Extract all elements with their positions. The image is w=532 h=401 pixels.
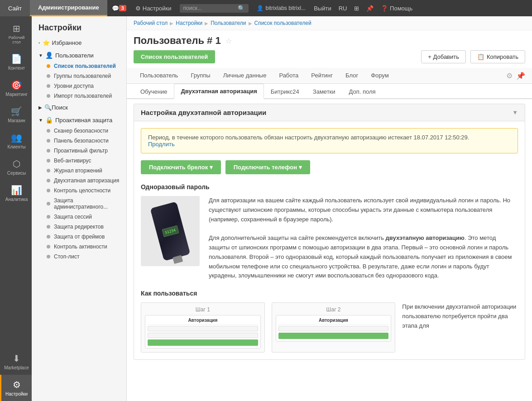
page-header: Пользователь # 1 ☆ (127, 30, 532, 50)
user-menu[interactable]: 👤 bitrixlabs bitrixl... (252, 5, 311, 11)
section-panel-header[interactable]: Настройка двухэтапной авторизации ▼ (134, 104, 525, 121)
bullet-icon (47, 202, 50, 205)
usb-key-visual: 51234 (141, 196, 200, 266)
tab-user[interactable]: Пользователь (134, 68, 184, 84)
tabs-row1: Пользователь Группы Личные данные Работа… (127, 68, 532, 84)
tab-personal[interactable]: Личные данные (217, 68, 273, 84)
main-layout: ⊞ Рабочийстол 📄 Контент 🎯 Маркетинг 🛒 Ма… (0, 16, 532, 401)
settings-btn[interactable]: ⚙ Настройки (131, 0, 176, 16)
search-header[interactable]: ▶ 🔍 Поиск (32, 102, 126, 113)
tab-forum[interactable]: Форум (364, 68, 395, 84)
logout-btn[interactable]: Выйти (310, 5, 335, 12)
sidebar-item-stop-list[interactable]: Стоп-лист (34, 252, 126, 262)
sidebar-item-intrusion-log[interactable]: Журнал вторжений (34, 166, 126, 176)
tab-rating[interactable]: Рейтинг (305, 68, 339, 84)
grid-icon[interactable]: ⊞ (350, 5, 363, 12)
breadcrumb-user-list[interactable]: Список пользователей (254, 20, 312, 26)
sidebar-item-frame-protection[interactable]: Защита от фреймов (34, 232, 126, 242)
two-step-auth-label: Двухэтапная авторизация (54, 177, 119, 184)
tab-blog[interactable]: Блог (339, 68, 364, 84)
sidebar-item-access-levels[interactable]: Уровни доступа (34, 81, 126, 91)
sidebar-item-desktop[interactable]: ⊞ Рабочийстол (0, 19, 32, 49)
favorite-star-icon[interactable]: ☆ (225, 37, 232, 45)
breadcrumb-desktop[interactable]: Рабочий стол (134, 20, 168, 26)
extend-link[interactable]: Продлить (148, 141, 175, 148)
sidebar-item-security-panel[interactable]: Панель безопасности (34, 136, 126, 146)
tab2-bitrix24[interactable]: Битрикс24 (264, 84, 306, 99)
connect-phone-button[interactable]: Подключить телефон ▾ (225, 160, 310, 174)
action-bar: Список пользователей + Добавить 📋 Копиро… (127, 50, 532, 68)
tab2-extra-fields[interactable]: Доп. поля (342, 84, 383, 99)
sidebar-item-redirect-protection[interactable]: Защита редиректов (34, 222, 126, 232)
sidebar-item-security-scanner[interactable]: Сканер безопасности (34, 126, 126, 136)
sidebar-item-user-groups[interactable]: Группы пользователей (34, 71, 126, 81)
bullet-icon (47, 64, 50, 68)
how-title: Как пользоваться (141, 290, 518, 297)
tab2-two-step[interactable]: Двухэтапная авторизация (174, 84, 264, 99)
sidebar-item-session-protection[interactable]: Защита сессий (34, 212, 126, 222)
breadcrumb: Рабочий стол ▶ Настройки ▶ Пользователи … (127, 16, 532, 30)
proactive-label: Проактивная защита (55, 117, 112, 124)
shop-icon: 🛒 (11, 106, 22, 117)
sidebar-item-proactive-filter[interactable]: Проактивный фильтр (34, 146, 126, 156)
pin-icon[interactable]: 📌 (363, 5, 377, 12)
auth-mini-step1: Авторизация (145, 315, 261, 348)
sidebar-item-services[interactable]: ⬡ Сервисы (0, 154, 32, 180)
bullet-icon (47, 159, 50, 162)
how-description: При включении двухэтапной авторизации по… (402, 302, 518, 353)
sidebar-item-two-step-auth[interactable]: Двухэтапная авторизация (34, 176, 126, 186)
sidebar-item-web-antivirus[interactable]: Веб-антивирус (34, 156, 126, 166)
import-users-label: Импорт пользователей (54, 93, 112, 99)
bullet-icon (47, 74, 50, 78)
bullet-icon (47, 149, 50, 153)
sidebar-item-marketplace[interactable]: ⬇ Marketplace (0, 348, 32, 375)
web-antivirus-label: Веб-антивирус (54, 158, 91, 164)
users-header[interactable]: ▼ 👤 Пользователи (32, 49, 126, 61)
sidebar-item-marketing[interactable]: 🎯 Маркетинг (0, 75, 32, 101)
search-box: 🔍 (180, 4, 249, 13)
help-btn[interactable]: ❓ Помощь (377, 5, 416, 12)
copy-button[interactable]: 📋 Копировать (470, 50, 525, 63)
tabs-pin-icon[interactable]: 📌 (516, 72, 525, 80)
sidebar-item-activity-control[interactable]: Контроль активности (34, 242, 126, 252)
lang-btn[interactable]: RU (335, 5, 351, 12)
sidebar-item-settings[interactable]: ⚙ Настройки (0, 375, 32, 401)
user-list-button[interactable]: Список пользователей (134, 50, 215, 63)
admin-tab[interactable]: Администрирование (30, 0, 107, 16)
notifications-btn[interactable]: 💬 3 (107, 0, 131, 16)
sidebar-item-analytics[interactable]: 📊 Аналитика (0, 180, 32, 206)
sidebar-item-user-list[interactable]: Список пользователей (34, 61, 126, 71)
tabs-settings-icon[interactable]: ⚙ (506, 72, 513, 80)
breadcrumb-settings[interactable]: Настройки (176, 20, 202, 26)
services-icon: ⬡ (13, 158, 20, 169)
bullet-icon (47, 139, 50, 143)
search-input[interactable] (183, 5, 238, 11)
sidebar-section-users: ▼ 👤 Пользователи Список пользователей Гр… (32, 49, 126, 101)
tab2-notes[interactable]: Заметки (306, 84, 342, 99)
usb-connector (173, 255, 183, 264)
sidebar-item-admin-protection[interactable]: Защита административного... (34, 196, 126, 212)
breadcrumb-users[interactable]: Пользователи (211, 20, 246, 26)
redirect-protection-label: Защита редиректов (54, 224, 104, 230)
sidebar-item-import-users[interactable]: Импорт пользователей (34, 91, 126, 101)
bullet-icon (47, 94, 50, 98)
sidebar-item-integrity-control[interactable]: Контроль целостности (34, 186, 126, 196)
user-icon: 👤 (257, 5, 264, 11)
favorites-header[interactable]: ▪ ⭐ Избранное (32, 37, 126, 48)
favorites-label: Избранное (52, 39, 82, 46)
connect-fob-button[interactable]: Подключить брелок ▾ (141, 160, 221, 174)
proactive-header[interactable]: ▼ 🔒 Проактивная защита (32, 114, 126, 126)
connect-buttons: Подключить брелок ▾ Подключить телефон ▾ (141, 160, 518, 174)
sidebar-item-clients[interactable]: 👥 Клиенты (0, 128, 32, 154)
otp-text-part1: Для авторизации на вашем сайте каждый по… (209, 197, 510, 223)
star-icon: ⭐ (43, 39, 50, 46)
analytics-label: Аналитика (5, 197, 28, 202)
sidebar-item-content[interactable]: 📄 Контент (0, 49, 32, 75)
tab2-learning[interactable]: Обучение (134, 84, 174, 99)
tab-work[interactable]: Работа (273, 68, 305, 84)
site-tab[interactable]: Сайт (0, 0, 30, 16)
sidebar-section-proactive: ▼ 🔒 Проактивная защита Сканер безопаснос… (32, 114, 126, 262)
add-button[interactable]: + Добавить (421, 50, 466, 63)
tab-groups[interactable]: Группы (184, 68, 216, 84)
sidebar-item-shop[interactable]: 🛒 Магазин (0, 101, 32, 128)
